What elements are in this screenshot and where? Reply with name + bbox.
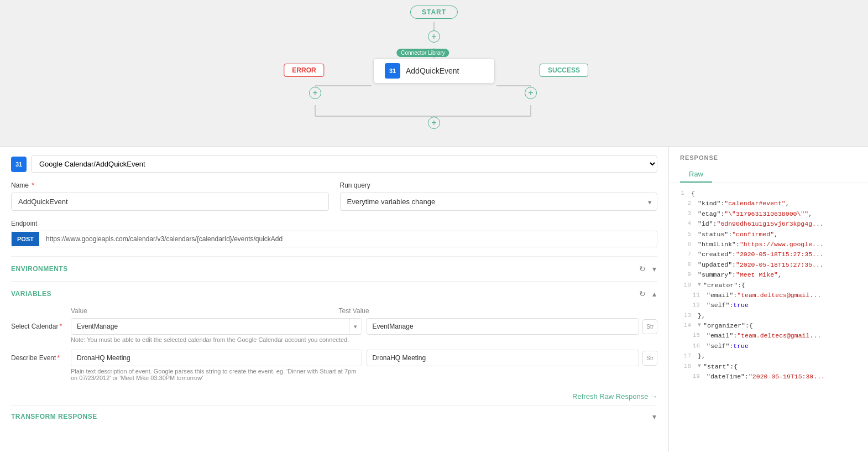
node-badge: 31 (11, 157, 27, 172)
node-selector-row: 31 Google Calendar/AddQuickEvent (11, 155, 657, 173)
describe-event-value-input[interactable] (71, 350, 362, 366)
test-value-col-header: Test Value (339, 307, 658, 315)
json-line-9: 9 "summary": "Meet Mike", (673, 270, 864, 280)
variables-column-headers: Value Test Value (11, 304, 657, 318)
config-panel: 31 Google Calendar/AddQuickEvent Name * (0, 147, 669, 452)
add-step-top-button[interactable]: + (428, 30, 440, 43)
name-group: Name * (11, 181, 329, 211)
action-node-icon: 31 (385, 63, 400, 79)
describe-event-type-badge: Str (642, 351, 657, 366)
action-node[interactable]: 31 AddQuickEvent (373, 58, 495, 84)
json-line-12: 12 "self": true (673, 300, 864, 310)
endpoint-label: Endpoint (11, 220, 657, 227)
variable-row-describe-event: Describe Event * Plain text description … (11, 350, 657, 381)
name-runquery-row: Name * Run query Everytime variables cha… (11, 181, 657, 211)
response-title: RESPONSE (680, 154, 857, 161)
run-query-select[interactable]: Everytime variables change (340, 193, 658, 211)
transform-title: TRANSFORM RESPONSE (11, 413, 97, 420)
describe-event-test-input[interactable] (367, 350, 640, 366)
add-step-bottom-button[interactable]: + (428, 117, 440, 129)
refresh-row: Refresh Raw Response → (11, 388, 657, 405)
json-line-19: 19 "dateTime": "2020-05-19T15:30... (673, 372, 864, 382)
json-line-18: 18 ▼ "start": { (673, 362, 864, 372)
response-header: RESPONSE Raw (669, 147, 868, 183)
success-node: SUCCESS (540, 64, 588, 77)
flow-canvas: START + Connector Library 31 AddQuickEve… (0, 0, 868, 146)
json-line-11: 11 "email": "team.deltecs@gmail... (673, 290, 864, 300)
json-line-4: 4 "id": "6dn90dh61u1g15vj6r3kpg4g... (673, 219, 864, 229)
json-line-2: 2 "kind": "calendar#event", (673, 199, 864, 209)
json-line-7: 7 "created": "2020-05-18T15:27:35... (673, 250, 864, 259)
json-line-1: 1 { (673, 189, 864, 199)
describe-event-value-wrap (71, 350, 362, 366)
flow-canvas-area: START + Connector Library 31 AddQuickEve… (0, 0, 868, 147)
endpoint-url: https://www.googleapis.com/calendar/v3/c… (39, 231, 657, 247)
action-node-label: AddQuickEvent (406, 66, 459, 75)
run-query-label: Run query (340, 181, 658, 189)
toggle-creator-icon[interactable]: ▼ (698, 280, 701, 289)
toggle-start-icon[interactable]: ▼ (698, 362, 701, 371)
json-line-6: 6 "htmlLink": "https://www.google... (673, 240, 864, 250)
json-viewer[interactable]: 1 { 2 "kind": "calendar#event", 3 "etag"… (669, 183, 868, 452)
value-col-header: Value (71, 307, 330, 315)
variables-section-header: VARIABLES ↻ ▴ (11, 284, 657, 304)
select-calendar-label: Select Calendar * (11, 318, 66, 330)
method-badge: POST (12, 232, 39, 246)
select-calendar-chevron-icon[interactable]: ▾ (349, 319, 362, 334)
endpoint-section: Endpoint POST https://www.googleapis.com… (11, 220, 657, 247)
json-line-10: 10 ▼ "creator": { (673, 280, 864, 290)
variables-actions: ↻ ▴ (638, 288, 657, 299)
json-line-17: 17 }, (673, 351, 864, 361)
refresh-raw-response-button[interactable]: Refresh Raw Response → (572, 392, 657, 401)
environments-collapse-icon[interactable]: ▾ (651, 263, 657, 274)
add-step-success-button[interactable]: + (525, 87, 537, 99)
json-line-14: 14 ▼ "organizer": { (673, 321, 864, 331)
name-input[interactable] (11, 193, 329, 211)
transform-response-header: TRANSFORM RESPONSE ▾ (11, 405, 657, 428)
variables-refresh-icon[interactable]: ↻ (638, 288, 647, 299)
transform-collapse-icon[interactable]: ▾ (651, 411, 657, 422)
environments-title: ENVIRONMENTS (11, 265, 68, 273)
name-label: Name * (11, 181, 329, 189)
environments-refresh-icon[interactable]: ↻ (638, 263, 647, 274)
run-query-select-wrap: Everytime variables change ▾ (340, 193, 658, 211)
tab-raw[interactable]: Raw (680, 167, 712, 183)
app-container: START + Connector Library 31 AddQuickEve… (0, 0, 868, 452)
endpoint-row: POST https://www.googleapis.com/calendar… (11, 231, 657, 247)
describe-event-label: Describe Event * (11, 350, 66, 362)
json-line-5: 5 "status": "confirmed", (673, 230, 864, 240)
select-calendar-type-badge: Str (642, 319, 657, 334)
select-calendar-test-input[interactable] (367, 318, 640, 335)
select-calendar-value-wrap: ▾ (71, 318, 362, 335)
variables-collapse-icon[interactable]: ▴ (651, 288, 657, 299)
response-panel: RESPONSE Raw 1 { 2 "kind": "calendar#eve… (669, 147, 868, 452)
json-line-3: 3 "etag": "\"3179631310638000\"", (673, 209, 864, 219)
environments-section-header: ENVIRONMENTS ↻ ▾ (11, 259, 657, 279)
variables-title: VARIABLES (11, 290, 51, 298)
select-calendar-value-input[interactable] (71, 319, 349, 334)
node-type-select[interactable]: Google Calendar/AddQuickEvent (31, 155, 657, 173)
error-node: ERROR (284, 64, 324, 77)
run-query-group: Run query Everytime variables change ▾ (340, 181, 658, 211)
json-line-8: 8 "updated": "2020-05-18T15:27:35... (673, 260, 864, 270)
bottom-panel: 31 Google Calendar/AddQuickEvent Name * (0, 147, 868, 452)
environments-actions: ↻ ▾ (638, 263, 657, 274)
toggle-organizer-icon[interactable]: ▼ (698, 321, 701, 330)
response-tabs: Raw (680, 167, 857, 183)
connector-library-label: Connector Library (396, 49, 449, 57)
json-line-13: 13 }, (673, 311, 864, 321)
describe-event-note: Plain text description of event. Google … (71, 368, 362, 381)
select-calendar-note: Note: You must be able to edit the selec… (71, 336, 362, 343)
json-line-15: 15 "email": "team.deltecs@gmail... (673, 331, 864, 341)
json-line-16: 16 "self": true (673, 341, 864, 351)
variable-row-select-calendar: Select Calendar * ▾ Note: You must be ab… (11, 318, 657, 343)
add-step-error-button[interactable]: + (309, 87, 321, 99)
start-node: START (410, 6, 458, 19)
